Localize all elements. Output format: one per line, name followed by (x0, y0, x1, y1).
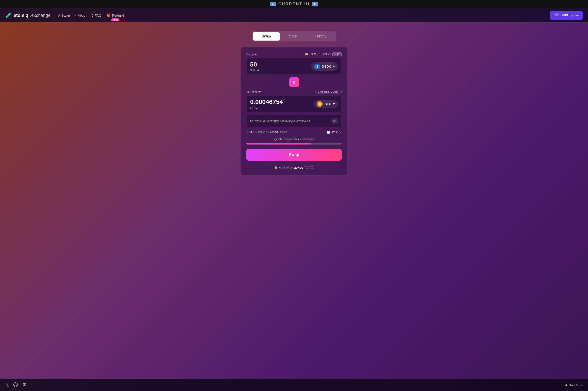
tab-history[interactable]: History (306, 32, 335, 41)
twitter-x-icon[interactable]: 𝕏 (5, 383, 9, 388)
gift-icon: 🎁 (107, 13, 111, 17)
nav-swap-link[interactable]: ⇄ Swap (58, 13, 70, 17)
footer: 𝕏 ✈ Talk to us (0, 379, 588, 391)
talk-to-us-button[interactable]: ✈ Talk to us (565, 384, 583, 387)
lock-icon: 🔒 (274, 166, 278, 169)
pay-input-row: $50.04 $ USDC ▾ (246, 58, 342, 75)
nav-swap-label: Swap (62, 13, 70, 17)
btc-icon: ₿ (317, 101, 323, 107)
telegram-icon: ✈ (565, 384, 568, 387)
info-icon: ℹ (75, 13, 77, 17)
receive-currency-selector[interactable]: ₿ BTC ▾ (314, 100, 338, 108)
new-badge: New! (111, 18, 119, 21)
receive-input-row: $47.07 ₿ BTC ▾ (246, 96, 342, 112)
swap-nav-icon: ⇄ (58, 13, 61, 17)
swap-direction-button[interactable]: ⇅ (289, 77, 299, 87)
progress-bar-fill (246, 143, 311, 145)
audit-section: 🔒 Audited by ackee blockchainsecurity (246, 165, 342, 170)
wallet-icon: 👾 (554, 13, 559, 18)
btc-address-input[interactable] (250, 119, 325, 123)
tab-swap[interactable]: Swap (253, 32, 280, 41)
pay-amount-input[interactable] (250, 61, 287, 68)
receive-currency-chevron: ▾ (333, 102, 335, 106)
question-icon: ? (92, 13, 94, 17)
fee-info[interactable]: 🧾 $2.91 ▾ (327, 131, 342, 134)
main-content: Swap Scan History You pay 💳 53.911013 US… (0, 22, 588, 379)
footer-social-links: 𝕏 (5, 382, 27, 388)
receive-amount-input[interactable] (250, 98, 288, 105)
you-pay-section-label: You pay 💳 53.911013 USDC MAX (246, 52, 342, 56)
top-banner: ⬇ CURRENT UI ⬇ (0, 0, 588, 8)
qr-icon: ⊞ (333, 119, 336, 123)
navbar-left: 🧪 atomiq.exchange ⇄ Swap ℹ About ? FAQ 🎁… (5, 12, 124, 18)
wallet-address: BRBk...sLJm (561, 13, 579, 17)
banner-label: CURRENT UI (279, 2, 310, 6)
audit-prefix: Audited by (279, 166, 293, 169)
banner-arrow-right: ⬇ (312, 2, 318, 6)
nav-about-label: About (78, 13, 86, 17)
receive-usd-value: $47.07 (250, 106, 314, 109)
swap-direction-wrap: ⇅ (246, 77, 342, 87)
receive-currency-label: BTC (324, 102, 331, 106)
pay-currency-chevron: ▾ (333, 65, 335, 69)
nav-referral-label: Referral (112, 13, 124, 17)
pay-input-wrap: $50.04 (250, 61, 311, 72)
tab-scan[interactable]: Scan (280, 32, 306, 41)
balance-info: 💳 53.911013 USDC MAX (305, 52, 342, 56)
fee-receipt-icon: 🧾 (327, 131, 330, 134)
wallet-button[interactable]: 👾 BRBk...sLJm (550, 11, 583, 20)
quote-section: Quote expires in 27 seconds (246, 137, 342, 145)
pay-currency-selector[interactable]: $ USDC ▾ (311, 62, 338, 71)
address-row: ⊞ (246, 115, 342, 127)
balance-amount: 53.911013 USDC (310, 53, 331, 56)
you-receive-section-label: You receive Connect BTC wallet (246, 90, 342, 94)
audit-suffix: blockchainsecurity (304, 165, 314, 170)
rate-row: 1 BTC = 100715.190046 USDC 🧾 $2.91 ▾ (246, 131, 342, 134)
connect-btc-wallet-button[interactable]: Connect BTC wallet (315, 90, 342, 94)
quote-expires-text: Quote expires in 27 seconds (246, 137, 342, 141)
navbar: 🧪 atomiq.exchange ⇄ Swap ℹ About ? FAQ 🎁… (0, 8, 588, 22)
swap-card: You pay 💳 53.911013 USDC MAX $50.04 $ US… (241, 47, 347, 176)
nav-referral-link[interactable]: 🎁 Referral New! (107, 13, 124, 17)
tabs-container: Swap Scan History (252, 31, 336, 41)
wallet-balance-icon: 💳 (305, 53, 308, 56)
max-button[interactable]: MAX (332, 52, 342, 56)
audit-brand: ackee (294, 166, 303, 169)
logo: 🧪 atomiq.exchange (5, 12, 51, 18)
banner-arrow-left: ⬇ (270, 2, 276, 6)
swap-arrows-icon: ⇅ (293, 80, 296, 85)
github-icon[interactable] (13, 382, 18, 388)
pay-currency-label: USDC (322, 65, 331, 68)
fee-amount: $2.91 (331, 131, 339, 134)
qr-code-button[interactable]: ⊞ (331, 118, 338, 124)
pay-usd-value: $50.04 (250, 69, 311, 72)
you-pay-label: You pay (246, 53, 257, 56)
nav-links: ⇄ Swap ℹ About ? FAQ 🎁 Referral New! (58, 13, 124, 17)
swap-button[interactable]: Swap (246, 149, 342, 161)
logo-name: atomiq (14, 13, 28, 18)
you-receive-label: You receive (246, 90, 261, 94)
receive-input-wrap: $47.07 (250, 98, 314, 109)
logo-suffix: .exchange (30, 13, 51, 18)
exchange-rate: 1 BTC = 100715.190046 USDC (246, 131, 287, 134)
nav-faq-label: FAQ (95, 13, 101, 17)
nav-about-link[interactable]: ℹ About (75, 13, 86, 17)
stack-icon[interactable] (22, 382, 27, 388)
logo-icon: 🧪 (5, 12, 12, 18)
nav-faq-link[interactable]: ? FAQ (92, 13, 101, 17)
talk-to-us-label: Talk to us (570, 384, 583, 387)
usdc-icon: $ (314, 64, 320, 69)
fee-chevron: ▾ (340, 131, 342, 134)
progress-bar-background (246, 143, 342, 145)
